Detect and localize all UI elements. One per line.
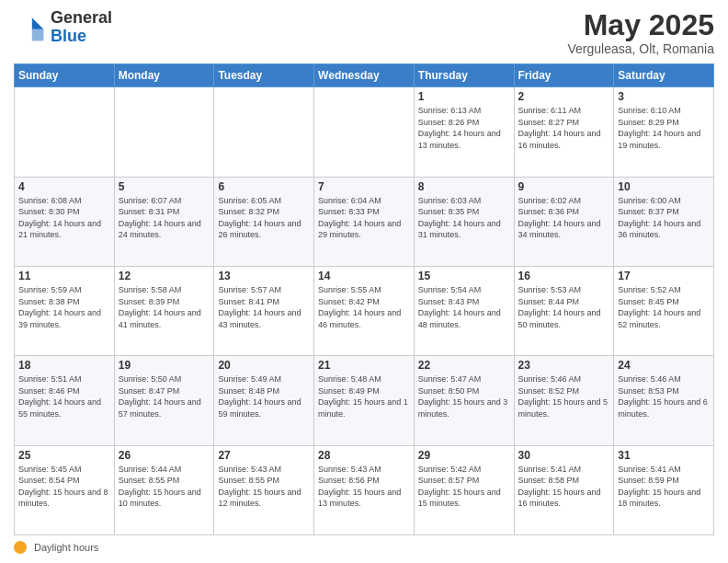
- day-cell: [314, 87, 415, 177]
- day-cell: 19Sunrise: 5:50 AM Sunset: 8:47 PM Dayli…: [114, 356, 214, 445]
- footer: Daylight hours: [14, 541, 714, 554]
- day-number: 23: [518, 359, 610, 372]
- day-cell: 21Sunrise: 5:48 AM Sunset: 8:49 PM Dayli…: [314, 356, 415, 445]
- day-number: 31: [618, 449, 710, 462]
- day-cell: 12Sunrise: 5:58 AM Sunset: 8:39 PM Dayli…: [114, 266, 214, 355]
- day-info: Sunrise: 5:52 AM Sunset: 8:45 PM Dayligh…: [618, 284, 710, 330]
- day-number: 19: [119, 359, 210, 372]
- weekday-wednesday: Wednesday: [314, 64, 415, 87]
- day-info: Sunrise: 5:41 AM Sunset: 8:58 PM Dayligh…: [518, 464, 610, 510]
- day-info: Sunrise: 6:02 AM Sunset: 8:36 PM Dayligh…: [518, 195, 610, 241]
- day-info: Sunrise: 5:45 AM Sunset: 8:54 PM Dayligh…: [18, 464, 110, 510]
- day-cell: 30Sunrise: 5:41 AM Sunset: 8:58 PM Dayli…: [514, 445, 614, 534]
- day-cell: 31Sunrise: 5:41 AM Sunset: 8:59 PM Dayli…: [614, 445, 714, 534]
- day-number: 24: [618, 359, 710, 372]
- day-cell: [214, 87, 314, 177]
- day-number: 26: [119, 449, 210, 462]
- day-cell: [114, 87, 214, 177]
- day-cell: 24Sunrise: 5:46 AM Sunset: 8:53 PM Dayli…: [614, 356, 714, 445]
- day-info: Sunrise: 5:51 AM Sunset: 8:46 PM Dayligh…: [18, 373, 110, 419]
- week-row-3: 11Sunrise: 5:59 AM Sunset: 8:38 PM Dayli…: [15, 266, 714, 355]
- day-number: 27: [218, 449, 310, 462]
- day-cell: 29Sunrise: 5:42 AM Sunset: 8:57 PM Dayli…: [414, 445, 514, 534]
- day-number: 30: [518, 449, 610, 462]
- day-number: 13: [218, 270, 310, 282]
- day-info: Sunrise: 6:07 AM Sunset: 8:31 PM Dayligh…: [119, 195, 210, 241]
- day-cell: 2Sunrise: 6:11 AM Sunset: 8:27 PM Daylig…: [514, 87, 614, 177]
- day-number: 21: [318, 359, 410, 372]
- day-number: 29: [418, 449, 510, 462]
- day-cell: [15, 87, 115, 177]
- day-info: Sunrise: 5:54 AM Sunset: 8:43 PM Dayligh…: [418, 284, 510, 330]
- day-info: Sunrise: 5:53 AM Sunset: 8:44 PM Dayligh…: [518, 284, 610, 330]
- day-cell: 6Sunrise: 6:05 AM Sunset: 8:32 PM Daylig…: [214, 177, 314, 266]
- day-cell: 26Sunrise: 5:44 AM Sunset: 8:55 PM Dayli…: [114, 445, 214, 534]
- sun-icon: [14, 541, 27, 554]
- day-cell: 23Sunrise: 5:46 AM Sunset: 8:52 PM Dayli…: [514, 356, 614, 445]
- day-number: 7: [318, 180, 410, 193]
- day-info: Sunrise: 5:58 AM Sunset: 8:39 PM Dayligh…: [119, 284, 210, 330]
- day-info: Sunrise: 6:08 AM Sunset: 8:30 PM Dayligh…: [18, 195, 110, 241]
- day-number: 9: [518, 180, 610, 193]
- day-cell: 27Sunrise: 5:43 AM Sunset: 8:55 PM Dayli…: [214, 445, 314, 534]
- day-cell: 22Sunrise: 5:47 AM Sunset: 8:50 PM Dayli…: [414, 356, 514, 445]
- day-number: 22: [418, 359, 510, 372]
- day-info: Sunrise: 5:49 AM Sunset: 8:48 PM Dayligh…: [218, 373, 310, 419]
- day-cell: 8Sunrise: 6:03 AM Sunset: 8:35 PM Daylig…: [414, 177, 514, 266]
- day-cell: 4Sunrise: 6:08 AM Sunset: 8:30 PM Daylig…: [15, 177, 115, 266]
- day-info: Sunrise: 5:46 AM Sunset: 8:52 PM Dayligh…: [518, 373, 610, 419]
- location: Verguleasa, Olt, Romania: [567, 41, 714, 56]
- day-info: Sunrise: 5:55 AM Sunset: 8:42 PM Dayligh…: [318, 284, 410, 330]
- day-info: Sunrise: 6:04 AM Sunset: 8:33 PM Dayligh…: [318, 195, 410, 241]
- day-info: Sunrise: 6:00 AM Sunset: 8:37 PM Dayligh…: [618, 195, 710, 241]
- day-cell: 25Sunrise: 5:45 AM Sunset: 8:54 PM Dayli…: [15, 445, 115, 534]
- day-number: 1: [418, 90, 510, 103]
- day-number: 28: [318, 449, 410, 462]
- day-info: Sunrise: 5:46 AM Sunset: 8:53 PM Dayligh…: [618, 373, 710, 419]
- day-number: 18: [18, 359, 110, 372]
- day-number: 17: [618, 270, 710, 282]
- logo-text: General Blue: [51, 9, 112, 46]
- day-number: 12: [119, 270, 210, 282]
- month-title: May 2025: [567, 9, 714, 41]
- day-info: Sunrise: 6:11 AM Sunset: 8:27 PM Dayligh…: [518, 105, 610, 151]
- day-number: 2: [518, 90, 610, 103]
- day-info: Sunrise: 6:10 AM Sunset: 8:29 PM Dayligh…: [618, 105, 710, 151]
- title-block: May 2025 Verguleasa, Olt, Romania: [567, 9, 714, 56]
- day-number: 4: [18, 180, 110, 193]
- weekday-saturday: Saturday: [614, 64, 714, 87]
- day-info: Sunrise: 5:44 AM Sunset: 8:55 PM Dayligh…: [119, 464, 210, 510]
- logo-blue: Blue: [51, 27, 86, 45]
- day-cell: 9Sunrise: 6:02 AM Sunset: 8:36 PM Daylig…: [514, 177, 614, 266]
- day-info: Sunrise: 6:05 AM Sunset: 8:32 PM Dayligh…: [218, 195, 310, 241]
- week-row-1: 1Sunrise: 6:13 AM Sunset: 8:26 PM Daylig…: [15, 87, 714, 177]
- day-number: 20: [218, 359, 310, 372]
- day-info: Sunrise: 5:41 AM Sunset: 8:59 PM Dayligh…: [618, 464, 710, 510]
- day-cell: 18Sunrise: 5:51 AM Sunset: 8:46 PM Dayli…: [15, 356, 115, 445]
- day-info: Sunrise: 5:50 AM Sunset: 8:47 PM Dayligh…: [119, 373, 210, 419]
- day-info: Sunrise: 6:03 AM Sunset: 8:35 PM Dayligh…: [418, 195, 510, 241]
- day-cell: 28Sunrise: 5:43 AM Sunset: 8:56 PM Dayli…: [314, 445, 415, 534]
- day-cell: 20Sunrise: 5:49 AM Sunset: 8:48 PM Dayli…: [214, 356, 314, 445]
- weekday-friday: Friday: [514, 64, 614, 87]
- day-cell: 11Sunrise: 5:59 AM Sunset: 8:38 PM Dayli…: [15, 266, 115, 355]
- week-row-4: 18Sunrise: 5:51 AM Sunset: 8:46 PM Dayli…: [15, 356, 714, 445]
- week-row-5: 25Sunrise: 5:45 AM Sunset: 8:54 PM Dayli…: [15, 445, 714, 534]
- day-cell: 13Sunrise: 5:57 AM Sunset: 8:41 PM Dayli…: [214, 266, 314, 355]
- day-number: 25: [18, 449, 110, 462]
- weekday-header-row: SundayMondayTuesdayWednesdayThursdayFrid…: [15, 64, 714, 87]
- day-number: 3: [618, 90, 710, 103]
- weekday-sunday: Sunday: [15, 64, 115, 87]
- header: General Blue May 2025 Verguleasa, Olt, R…: [14, 9, 714, 56]
- day-cell: 10Sunrise: 6:00 AM Sunset: 8:37 PM Dayli…: [614, 177, 714, 266]
- day-info: Sunrise: 5:47 AM Sunset: 8:50 PM Dayligh…: [418, 373, 510, 419]
- day-number: 16: [518, 270, 610, 282]
- day-info: Sunrise: 5:43 AM Sunset: 8:55 PM Dayligh…: [218, 464, 310, 510]
- logo-general: General: [51, 8, 112, 27]
- weekday-monday: Monday: [114, 64, 214, 87]
- day-cell: 1Sunrise: 6:13 AM Sunset: 8:26 PM Daylig…: [414, 87, 514, 177]
- weekday-tuesday: Tuesday: [214, 64, 314, 87]
- day-cell: 7Sunrise: 6:04 AM Sunset: 8:33 PM Daylig…: [314, 177, 415, 266]
- day-number: 5: [119, 180, 210, 193]
- day-cell: 14Sunrise: 5:55 AM Sunset: 8:42 PM Dayli…: [314, 266, 415, 355]
